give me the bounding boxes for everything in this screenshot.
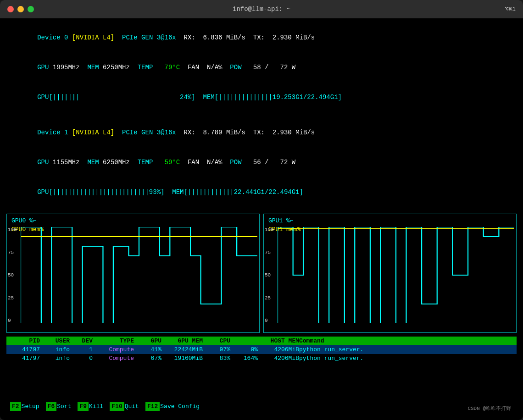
row2-command: python run_server. [299, 355, 513, 362]
col-dev: DEV [70, 337, 93, 344]
row1-command: python run_server. [299, 346, 513, 353]
row1-gpu: 41% [134, 346, 161, 353]
bottom-bar: F2 Setup F6 Sort F9 Kill F10 Quit F12 [6, 397, 517, 415]
col-gpu-mem: GPU MEM [161, 337, 203, 344]
row1-type: Compute [93, 346, 134, 353]
f2-name: Setup [22, 403, 39, 410]
window-shortcut: ⌥⌘1 [505, 6, 516, 13]
col-host-mem: HOST MEM [258, 337, 299, 344]
row2-gpu-mem: 19160MiB [161, 355, 203, 362]
col-cpu: CPU [203, 337, 230, 344]
terminal-body: Device 0 [NVIDIA L4] PCIe GEN 3@16x RX: … [0, 18, 523, 420]
gpu0-graph: GPU0 %⌐ GPU0 mem% 100 75 50 25 0 [6, 214, 260, 333]
row2-pid: 41797 [10, 355, 40, 362]
row2-host-mem: 4206MiB [258, 355, 299, 362]
device-1-info: Device 1 [NVIDIA L4] PCIe GEN 3@16x RX: … [6, 118, 517, 207]
f12-key[interactable]: F12 Save Config [145, 402, 204, 411]
f6-name: Sort [57, 403, 71, 410]
row1-host-mem: 4206MiB [258, 346, 299, 353]
col-user: USER [40, 337, 70, 344]
f12-name: Save Config [160, 403, 200, 410]
table-row: 41797 info 0 Compute 67% 19160MiB 83% 16… [6, 354, 517, 363]
gpu1-graph: GPU1 %⌐ GPU1 mem% 100 75 50 25 0 [263, 214, 517, 333]
minimize-button[interactable] [17, 6, 24, 12]
device1-line2: GPU 1155MHz MEM 6250MHz TEMP 59°C FAN N/… [6, 148, 517, 177]
gpu0-y-labels: 100 75 50 25 0 [8, 214, 17, 323]
f9-name: Kill [89, 403, 103, 410]
col-cpu2 [230, 337, 258, 344]
row2-cpu: 83% [203, 355, 230, 362]
row2-blank: 164% [230, 355, 258, 362]
f12-label: F12 [145, 402, 160, 411]
device1-line3: GPU[|||||||||||||||||||||||||93%] MEM[||… [6, 177, 517, 207]
row1-gpu-mem: 22424MiB [161, 346, 203, 353]
row1-pid: 41797 [10, 346, 40, 353]
col-command: Command [299, 337, 513, 344]
traffic-lights [7, 6, 34, 12]
f10-name: Quit [125, 403, 139, 410]
row1-cpu: 97% [203, 346, 230, 353]
device0-line2: GPU 1995MHz MEM 6250MHz TEMP 79°C FAN N/… [6, 53, 517, 83]
device0-line1: Device 0 [NVIDIA L4] PCIe GEN 3@16x RX: … [6, 23, 517, 53]
row1-dev: 1 [70, 346, 93, 353]
watermark: CSDN @咋咋不打野 [467, 405, 511, 412]
row2-user: info [40, 355, 70, 362]
device-0-info: Device 0 [NVIDIA L4] PCIe GEN 3@16x RX: … [6, 23, 517, 112]
table-row: 41797 info 1 Compute 41% 22424MiB 97% 0%… [6, 345, 517, 354]
gpu1-y-labels: 100 75 50 25 0 [265, 214, 274, 323]
f10-label: F10 [110, 402, 124, 411]
gpu1-canvas [278, 227, 514, 323]
row2-dev: 0 [70, 355, 93, 362]
gpu1-svg [278, 227, 514, 323]
f9-key[interactable]: F9 Kill [78, 402, 108, 411]
titlebar: info@llm-api: ~ ⌥⌘1 [0, 0, 523, 18]
device0-line3: GPU[||||||| 24%] MEM[||||||||||||||19.25… [6, 83, 517, 112]
row2-type: Compute [93, 355, 134, 362]
table-header: PID USER DEV TYPE GPU GPU MEM CPU HOST M… [6, 337, 517, 345]
gpu0-canvas [21, 227, 257, 323]
gpu0-svg [21, 227, 257, 323]
terminal-window: info@llm-api: ~ ⌥⌘1 Device 0 [NVIDIA L4]… [0, 0, 523, 420]
graphs-row: GPU0 %⌐ GPU0 mem% 100 75 50 25 0 [6, 214, 517, 333]
col-gpu: GPU [134, 337, 161, 344]
col-type: TYPE [93, 337, 134, 344]
f6-label: F6 [46, 402, 57, 411]
row1-blank: 0% [230, 346, 258, 353]
f2-label: F2 [10, 402, 21, 411]
spacer [6, 363, 517, 397]
col-pid: PID [10, 337, 40, 344]
row1-user: info [40, 346, 70, 353]
window-title: info@llm-api: ~ [233, 6, 290, 13]
bottom-wrapper: F2 Setup F6 Sort F9 Kill F10 Quit F12 [6, 397, 517, 415]
row2-gpu: 67% [134, 355, 161, 362]
f9-label: F9 [78, 402, 89, 411]
device1-line1: Device 1 [NVIDIA L4] PCIe GEN 3@16x RX: … [6, 118, 517, 148]
f10-key[interactable]: F10 Quit [110, 402, 144, 411]
process-table: PID USER DEV TYPE GPU GPU MEM CPU HOST M… [6, 337, 517, 363]
maximize-button[interactable] [28, 6, 34, 12]
f6-key[interactable]: F6 Sort [46, 402, 76, 411]
f2-key[interactable]: F2 Setup [10, 402, 44, 411]
close-button[interactable] [7, 6, 14, 12]
